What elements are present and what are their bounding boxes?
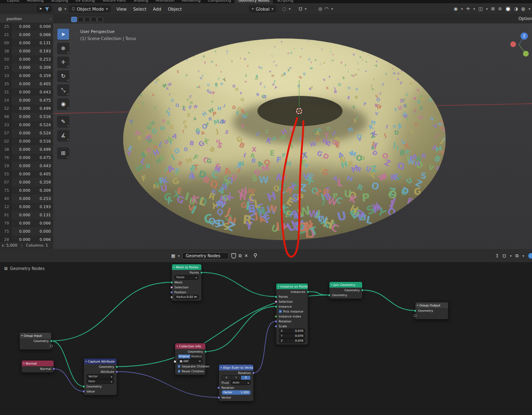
scale-tool[interactable]: ⤡ bbox=[57, 84, 69, 95]
normal-socket[interactable] bbox=[52, 367, 55, 370]
node-canvas[interactable]: ▾Group InputGeometry▾NormalNormal▾Captur… bbox=[0, 262, 532, 415]
geometry-out-socket[interactable] bbox=[115, 365, 118, 368]
viewport-canvas[interactable]: VQSLBEPPQDIISFCWYCVMXRXYYFIPNVXBIIEAHQII… bbox=[53, 23, 532, 249]
collapse-icon[interactable]: ▾ bbox=[21, 334, 23, 337]
pivot-point-icon[interactable]: ◌ bbox=[282, 7, 286, 11]
gizmo-y-ball[interactable] bbox=[523, 51, 529, 57]
select-extend-button[interactable] bbox=[78, 17, 83, 22]
checkbox[interactable]: ✓ bbox=[178, 370, 180, 373]
push-to-nodegroup-icon[interactable]: ↥ bbox=[495, 254, 499, 258]
instance-index-socket[interactable] bbox=[275, 315, 277, 318]
select-set-button[interactable] bbox=[71, 17, 77, 22]
shading-material-icon[interactable]: ◑ bbox=[514, 7, 518, 11]
collapse-chevron-icon[interactable]: ‹ bbox=[50, 16, 51, 21]
node-group-input[interactable]: ▾Group InputGeometry bbox=[19, 332, 52, 350]
menu-view[interactable]: View bbox=[113, 5, 130, 13]
cursor-tool[interactable]: ⊕ bbox=[57, 43, 69, 54]
checkbox[interactable]: ✓ bbox=[279, 310, 282, 313]
rotation-out-socket[interactable] bbox=[252, 372, 255, 374]
overlap-options-icon[interactable]: ⧉ bbox=[516, 254, 519, 258]
workspace-tab-rendering[interactable]: Rendering bbox=[178, 0, 204, 3]
virtual-socket[interactable] bbox=[50, 345, 53, 347]
node-mesh-to-points[interactable]: ▾Mesh to PointsPointsFaces▾MeshSelection… bbox=[171, 264, 202, 301]
dropdown[interactable]: Faces▾ bbox=[174, 275, 199, 280]
proportional-edit-icon[interactable]: ◎ bbox=[318, 7, 322, 11]
value-socket[interactable] bbox=[82, 390, 85, 393]
segment-original[interactable]: Original bbox=[178, 354, 191, 358]
vector-component-field[interactable]: Y0.070 bbox=[279, 333, 305, 338]
rotate-tool[interactable]: ↻ bbox=[57, 70, 69, 82]
vector-component-field[interactable]: X0.070 bbox=[279, 329, 305, 333]
geometry-socket[interactable] bbox=[414, 309, 417, 312]
shading-rendered-icon[interactable]: ◍ bbox=[521, 7, 525, 11]
snap-magnet-icon[interactable]: Ω bbox=[503, 254, 506, 258]
workspace-tab-geometry-nodes[interactable]: Geometry Nodes bbox=[234, 0, 273, 3]
vector-socket[interactable] bbox=[217, 396, 220, 399]
cursor-select-icon[interactable]: ➤ bbox=[39, 7, 42, 11]
node-group-output[interactable]: ▾Group OutputGeometry bbox=[415, 302, 449, 320]
geometry-socket[interactable] bbox=[50, 340, 53, 342]
node-tree-name-field[interactable]: Geometry Nodes bbox=[182, 252, 229, 259]
node-normal[interactable]: ▾NormalNormal bbox=[21, 360, 54, 373]
workspace-tab-animation[interactable]: Animation bbox=[152, 0, 178, 3]
mode-dropdown[interactable]: ◻ Object Mode ▼ bbox=[69, 5, 110, 13]
collection-field[interactable]: ▦ABC✕ bbox=[178, 359, 203, 364]
workspace-tab-scripting[interactable]: Scripting bbox=[273, 0, 297, 3]
collection-socket[interactable] bbox=[174, 360, 176, 363]
select-subtract-button[interactable] bbox=[84, 17, 90, 22]
geometry-socket[interactable] bbox=[204, 350, 207, 353]
segment-z[interactable]: Z bbox=[241, 376, 250, 380]
dropdown[interactable]: Auto▾ bbox=[230, 380, 251, 385]
collapse-icon[interactable]: ▾ bbox=[174, 266, 175, 268]
node-join-geometry[interactable]: ▾Join GeometryGeometryGeometry bbox=[329, 281, 363, 299]
unlink-icon[interactable]: ✕ bbox=[244, 254, 248, 258]
clear-icon[interactable]: ✕ bbox=[198, 360, 201, 363]
move-tool[interactable]: ✛ bbox=[57, 57, 69, 68]
points-socket[interactable] bbox=[275, 295, 277, 298]
selection-socket[interactable] bbox=[275, 300, 277, 303]
pin-icon[interactable] bbox=[253, 253, 258, 258]
attribute-socket[interactable] bbox=[115, 370, 118, 373]
workspace-tab-layout[interactable]: Layout bbox=[3, 0, 23, 3]
workspace-tab-modeling[interactable]: Modeling bbox=[23, 0, 47, 3]
measure-tool[interactable]: ∡ bbox=[57, 130, 69, 141]
instance-socket[interactable] bbox=[275, 305, 277, 308]
overlays-dropdown-icon[interactable]: ◫ bbox=[478, 7, 482, 11]
geometry-in-socket[interactable] bbox=[82, 385, 85, 388]
filter-funnel-icon[interactable] bbox=[45, 7, 50, 11]
checkbox[interactable]: ✓ bbox=[178, 365, 180, 368]
snap-magnet-icon[interactable]: Ω bbox=[299, 7, 302, 11]
duplicate-node-tree-icon[interactable]: ⧉ bbox=[239, 254, 242, 258]
gizmos-dropdown-icon[interactable]: ✛ bbox=[466, 7, 470, 11]
xray-toggle-icon[interactable]: ⊞ bbox=[491, 7, 495, 11]
scale-socket[interactable] bbox=[275, 325, 277, 328]
menu-object[interactable]: Object bbox=[165, 5, 185, 13]
node-instance-on-points[interactable]: ▾Instance on PointsInstancesPointsSelect… bbox=[276, 283, 308, 345]
menu-select[interactable]: Select bbox=[130, 5, 149, 13]
value-slider[interactable]: Radius0.02 m bbox=[174, 295, 199, 299]
transform-orientation-dropdown[interactable]: ⌖ Global ▼ bbox=[249, 5, 276, 13]
dropdown[interactable]: Vector▾ bbox=[86, 374, 114, 379]
node-tree-icon[interactable]: ▦ bbox=[171, 254, 175, 258]
node-options-ball-icon[interactable] bbox=[528, 253, 532, 259]
viewport-scene[interactable]: VQSLBEPPQDIISFCWYCVMXRXYYFIPNVXBIIEAHQII… bbox=[53, 23, 532, 249]
editor-type-icon[interactable]: ◍ bbox=[58, 7, 62, 11]
falloff-icon[interactable]: ◠ bbox=[325, 7, 329, 11]
spreadsheet-column-header[interactable]: position ‹ bbox=[0, 14, 53, 23]
collapse-icon[interactable]: ▾ bbox=[417, 304, 418, 306]
transform-tool[interactable]: ◉ bbox=[57, 98, 69, 109]
collapse-icon[interactable]: ▾ bbox=[177, 345, 178, 347]
node-collection-info[interactable]: ▾Collection InfoGeometryOriginalRelative… bbox=[175, 343, 206, 375]
workspace-tab-uv-editing[interactable]: UV Editing bbox=[72, 0, 99, 3]
add-cube-tool[interactable]: ⊞ bbox=[57, 147, 69, 159]
segment-y[interactable]: Y bbox=[232, 376, 241, 380]
value-slider[interactable]: Factor1.000 bbox=[221, 390, 251, 395]
collapse-icon[interactable]: ▾ bbox=[23, 362, 25, 365]
dropdown[interactable]: Face▾ bbox=[86, 379, 114, 384]
workspace-tab-texture-paint[interactable]: Texture Paint bbox=[99, 0, 130, 3]
select-box-tool[interactable]: ➤ bbox=[57, 29, 69, 40]
node-capture-attribute[interactable]: ▾Capture AttributeGeometryAttributeVecto… bbox=[83, 358, 117, 395]
virtual-socket[interactable] bbox=[414, 314, 417, 317]
instances-socket[interactable] bbox=[307, 290, 309, 293]
workspace-tab-compositing[interactable]: Compositing bbox=[204, 0, 234, 3]
